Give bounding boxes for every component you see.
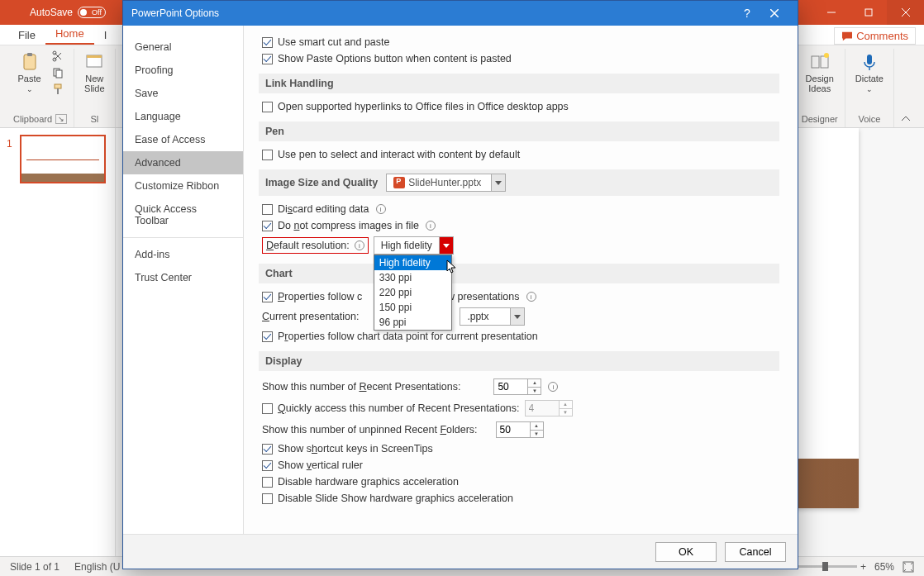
chk-disable-ss-accel[interactable] xyxy=(262,493,273,504)
spin-up[interactable]: ▲ xyxy=(531,422,543,431)
resolution-dropdown: High fidelity 330 ppi 220 ppi 150 ppi 96… xyxy=(374,255,452,331)
spin-down[interactable]: ▼ xyxy=(528,388,541,395)
nav-addins[interactable]: Add-ins xyxy=(123,243,243,266)
format-painter-button[interactable] xyxy=(50,82,66,97)
info-icon[interactable]: i xyxy=(548,382,558,392)
info-icon[interactable]: i xyxy=(376,204,386,214)
resolution-option-high[interactable]: High fidelity xyxy=(374,255,451,270)
lbl-quick-access-recent: Quickly access this number of Recent Pre… xyxy=(278,402,520,414)
image-file-combo[interactable]: SlideHunter.pptx xyxy=(386,174,506,192)
info-icon[interactable]: i xyxy=(426,221,436,231)
close-button[interactable] xyxy=(887,0,924,25)
nav-proofing[interactable]: Proofing xyxy=(123,59,243,82)
design-ideas-icon xyxy=(810,52,830,72)
nav-language[interactable]: Language xyxy=(123,105,243,128)
dictate-button[interactable]: Dictate ⌄ xyxy=(852,49,887,97)
chevron-down-icon xyxy=(514,315,521,319)
nav-ease-of-access[interactable]: Ease of Access xyxy=(123,128,243,151)
tab-file[interactable]: File xyxy=(8,26,45,45)
svg-rect-4 xyxy=(24,55,36,69)
copy-icon xyxy=(52,67,64,79)
lbl-recent-presentations: Show this number of Recent Presentations… xyxy=(262,381,460,393)
lbl-chart-props-current: Properties follow chart data point for c… xyxy=(278,331,538,342)
fit-to-window-icon[interactable] xyxy=(903,561,914,573)
nav-quick-access-toolbar[interactable]: Quick Access Toolbar xyxy=(123,198,243,232)
dialog-close-button[interactable] xyxy=(760,1,789,26)
ribbon-group-slides: New Slide Sl xyxy=(74,49,115,127)
chk-quick-access-recent[interactable] xyxy=(262,403,273,414)
spin-folders-value[interactable] xyxy=(497,422,530,437)
status-language[interactable]: English (U xyxy=(74,561,120,573)
nav-trust-center[interactable]: Trust Center xyxy=(123,266,243,289)
spin-quick-access[interactable]: ▲▼ xyxy=(525,400,573,417)
nav-customize-ribbon[interactable]: Customize Ribbon xyxy=(123,174,243,198)
powerpoint-options-dialog: PowerPoint Options ? General Proofing Sa… xyxy=(122,0,798,569)
combo-dropdown-button[interactable] xyxy=(439,237,453,254)
scissors-icon xyxy=(52,50,64,62)
resolution-option-150[interactable]: 150 ppi xyxy=(374,300,451,315)
default-resolution-combo[interactable]: High fidelity xyxy=(374,236,454,255)
tab-insert-partial[interactable]: I xyxy=(94,26,117,45)
chk-use-pen[interactable] xyxy=(262,150,273,160)
autosave-group: AutoSave Off xyxy=(30,7,106,18)
nav-advanced[interactable]: Advanced xyxy=(123,151,243,174)
clipboard-icon xyxy=(20,52,40,72)
tab-home[interactable]: Home xyxy=(45,24,94,45)
chk-chart-props-current[interactable] xyxy=(262,331,273,342)
options-content[interactable]: Use smart cut and paste Show Paste Optio… xyxy=(244,26,798,534)
dialog-help-button[interactable]: ? xyxy=(735,7,760,20)
chk-vertical-ruler[interactable] xyxy=(262,460,273,471)
info-icon[interactable]: i xyxy=(355,240,364,250)
slides-group-label: Sl xyxy=(90,114,98,124)
chk-open-hyperlinks[interactable] xyxy=(262,102,273,112)
svg-rect-13 xyxy=(87,55,102,58)
nav-general[interactable]: General xyxy=(123,36,243,59)
svg-marker-23 xyxy=(514,315,521,319)
chk-no-compress[interactable] xyxy=(262,221,273,231)
autosave-label: AutoSave xyxy=(30,7,73,18)
lbl-current-presentation: Current presentation: xyxy=(262,311,359,322)
spin-down[interactable]: ▼ xyxy=(531,431,543,438)
chk-shortcut-keys[interactable] xyxy=(262,444,273,455)
comments-button[interactable]: Comments xyxy=(834,27,916,45)
resolution-option-96[interactable]: 96 ppi xyxy=(374,315,451,330)
info-icon[interactable]: i xyxy=(526,292,536,302)
minimize-button[interactable] xyxy=(812,0,850,25)
nav-save[interactable]: Save xyxy=(123,82,243,105)
spin-recent-presentations[interactable]: ▲▼ xyxy=(493,378,541,395)
chk-smart-cut-paste[interactable] xyxy=(262,37,273,48)
resolution-option-220[interactable]: 220 ppi xyxy=(374,285,451,300)
cancel-button[interactable]: Cancel xyxy=(725,542,786,562)
lbl-open-hyperlinks: Open supported hyperlinks to Office file… xyxy=(278,101,569,112)
copy-button[interactable] xyxy=(50,65,66,80)
dialog-launcher-icon[interactable]: ↘ xyxy=(55,114,67,124)
zoom-percent[interactable]: 65% xyxy=(874,561,894,573)
slide-thumbnail-1[interactable] xyxy=(20,135,106,183)
current-presentation-combo[interactable]: .pptx xyxy=(460,307,525,326)
resolution-option-330[interactable]: 330 ppi xyxy=(374,270,451,285)
ok-button[interactable]: OK xyxy=(655,542,717,562)
spin-recent-value[interactable] xyxy=(494,379,527,394)
dialog-title: PowerPoint Options xyxy=(131,7,735,19)
lbl-use-pen: Use pen to select and interact with cont… xyxy=(278,149,520,160)
section-chart: Chart xyxy=(259,264,779,283)
chk-discard-editing[interactable] xyxy=(262,204,273,215)
spin-up[interactable]: ▲ xyxy=(528,379,541,388)
new-slide-label: New Slide xyxy=(84,74,104,93)
chk-disable-hw-accel[interactable] xyxy=(262,477,273,488)
chevron-down-icon xyxy=(443,244,450,248)
collapse-ribbon-button[interactable] xyxy=(894,111,917,127)
autosave-toggle[interactable]: Off xyxy=(78,7,106,18)
restore-button[interactable] xyxy=(850,0,887,25)
chk-paste-options[interactable] xyxy=(262,54,273,64)
svg-point-16 xyxy=(824,53,829,58)
cut-button[interactable] xyxy=(50,49,66,64)
paste-button[interactable]: Paste ⌄ xyxy=(14,49,44,97)
svg-rect-1 xyxy=(865,9,872,16)
clipboard-group-label: Clipboard xyxy=(13,114,52,124)
status-slide: Slide 1 of 1 xyxy=(10,561,60,573)
chk-chart-props-all[interactable] xyxy=(262,292,273,302)
spin-recent-folders[interactable]: ▲▼ xyxy=(496,421,544,438)
new-slide-button[interactable]: New Slide xyxy=(81,49,107,97)
design-ideas-button[interactable]: Design Ideas xyxy=(803,49,837,97)
